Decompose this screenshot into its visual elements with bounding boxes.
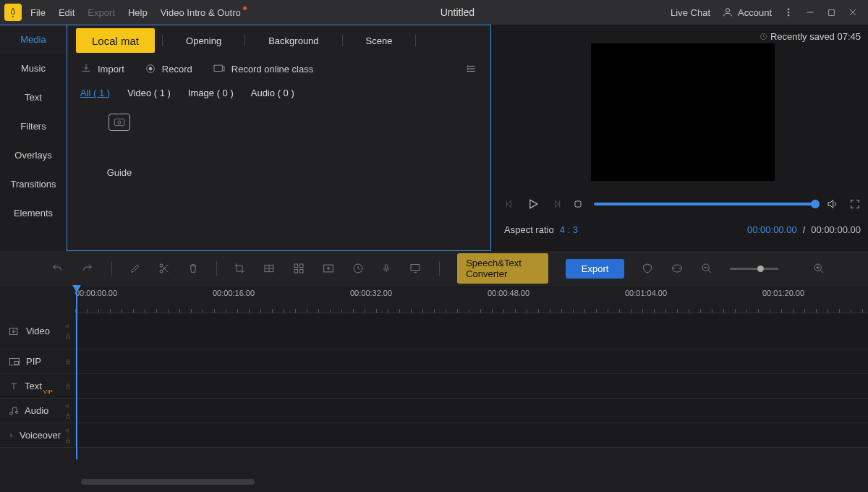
undo-button[interactable]: [51, 263, 64, 274]
aspect-value[interactable]: 4 : 3: [560, 224, 578, 235]
svg-rect-48: [67, 336, 69, 339]
filter-image[interactable]: Image ( 0 ): [188, 88, 234, 98]
voiceover-icon[interactable]: [381, 263, 391, 274]
screen-icon[interactable]: [409, 263, 422, 274]
preview-screen: [591, 43, 775, 181]
svg-rect-52: [67, 386, 69, 389]
time-separator: /: [803, 224, 806, 235]
source-tab-opening[interactable]: Opening: [170, 28, 237, 53]
next-frame-button[interactable]: [550, 198, 562, 210]
live-chat-link[interactable]: Live Chat: [671, 7, 710, 18]
seek-bar[interactable]: [594, 203, 816, 205]
svg-rect-37: [411, 265, 420, 271]
zoom-slider[interactable]: [730, 268, 778, 270]
zoom-out-button[interactable]: [701, 263, 712, 274]
close-button[interactable]: [848, 7, 858, 17]
menu-items: File Edit Export Help Video Intro & Outr…: [30, 7, 244, 18]
track-lane[interactable]: [75, 349, 868, 373]
svg-line-41: [708, 270, 711, 273]
timeline: 00:00:00.00 00:00:16.00 00:00:32.00 00:0…: [0, 286, 868, 492]
media-item-guide[interactable]: Guide: [98, 114, 141, 178]
ruler-tick: 00:00:16.00: [213, 289, 255, 297]
menu-help[interactable]: Help: [128, 7, 148, 18]
track-voiceover: Voiceover: [0, 423, 868, 448]
svg-rect-25: [575, 201, 581, 207]
prev-frame-button[interactable]: [504, 198, 516, 210]
svg-point-3: [788, 14, 789, 16]
zoom-frame-icon[interactable]: [322, 263, 335, 273]
stop-button[interactable]: [572, 198, 584, 210]
kebab-menu-icon[interactable]: [783, 7, 793, 17]
source-tab-local[interactable]: Local mat: [76, 28, 155, 53]
split-icon[interactable]: [158, 263, 170, 274]
import-button[interactable]: Import: [80, 63, 124, 75]
filter-video[interactable]: Video ( 1 ): [127, 88, 171, 98]
fullscreen-button[interactable]: [849, 198, 861, 210]
svg-rect-56: [67, 440, 69, 443]
menu-edit[interactable]: Edit: [59, 7, 75, 18]
sidebar-tab-elements[interactable]: Elements: [0, 198, 67, 227]
minimize-button[interactable]: [805, 7, 815, 17]
record-button[interactable]: Record: [145, 63, 192, 75]
media-actions: Import Record Record online class: [67, 56, 490, 82]
list-view-icon[interactable]: [466, 64, 477, 74]
source-tab-scene[interactable]: Scene: [350, 28, 409, 53]
source-tab-background[interactable]: Background: [252, 28, 334, 53]
record-online-button[interactable]: Record online class: [213, 64, 313, 75]
svg-point-18: [118, 121, 121, 124]
track-video: Video: [0, 313, 868, 349]
filter-all[interactable]: All ( 1 ): [80, 88, 110, 98]
play-button[interactable]: [526, 197, 540, 211]
timeline-toolbar: Speech&Text Converter Export: [0, 251, 868, 286]
svg-marker-22: [530, 200, 537, 208]
crop-icon[interactable]: [234, 263, 245, 274]
time-current: 00:00:00.00: [747, 224, 797, 235]
svg-rect-17: [114, 119, 124, 125]
mosaic-icon[interactable]: [263, 263, 276, 274]
svg-rect-30: [300, 264, 304, 268]
track-audio: Audio: [0, 399, 868, 423]
track-lane[interactable]: [75, 399, 868, 423]
svg-point-9: [149, 67, 152, 70]
maximize-button[interactable]: [827, 8, 836, 17]
grid-icon[interactable]: [293, 263, 305, 274]
time-ruler[interactable]: 00:00:00.00 00:00:16.00 00:00:32.00 00:0…: [75, 286, 868, 313]
sidebar-tab-overlays[interactable]: Overlays: [0, 140, 67, 169]
export-button[interactable]: Export: [566, 259, 625, 279]
menu-export[interactable]: Export: [88, 7, 115, 18]
redo-button[interactable]: [81, 263, 94, 274]
svg-point-1: [788, 9, 789, 10]
menu-file[interactable]: File: [30, 7, 46, 18]
timeline-scrollbar[interactable]: [81, 479, 255, 485]
time-total: 00:00:00.00: [811, 224, 861, 235]
menubar: File Edit Export Help Video Intro & Outr…: [0, 0, 868, 25]
zoom-in-button[interactable]: [813, 263, 825, 274]
svg-rect-29: [294, 264, 298, 268]
playback-controls: [504, 188, 861, 220]
duration-icon[interactable]: [352, 263, 364, 274]
record-online-label: Record online class: [231, 64, 313, 75]
track-lane[interactable]: [75, 313, 868, 349]
import-label: Import: [98, 64, 124, 75]
track-lane[interactable]: [75, 423, 868, 447]
account-button[interactable]: Account: [722, 7, 772, 18]
playhead[interactable]: [76, 286, 77, 459]
svg-rect-50: [14, 361, 18, 364]
sidebar-tab-text[interactable]: Text: [0, 82, 67, 111]
delete-icon[interactable]: [187, 263, 199, 274]
sidebar-tab-filters[interactable]: Filters: [0, 111, 67, 140]
speech-text-button[interactable]: Speech&Text Converter: [457, 253, 548, 284]
aspect-label: Aspect ratio: [504, 224, 554, 235]
sidebar-tab-media[interactable]: Media: [0, 25, 67, 54]
sidebar-tab-transitions[interactable]: Transitions: [0, 169, 67, 198]
edit-icon[interactable]: [129, 263, 141, 274]
fit-icon[interactable]: [671, 263, 684, 273]
svg-rect-33: [324, 265, 333, 272]
volume-button[interactable]: [826, 198, 839, 211]
shield-icon[interactable]: [642, 263, 653, 274]
sidebar-tab-music[interactable]: Music: [0, 54, 67, 82]
left-sidebar: Media Music Text Filters Overlays Transi…: [0, 25, 67, 251]
menu-intro-outro[interactable]: Video Intro & Outro: [161, 7, 244, 18]
track-lane[interactable]: [75, 374, 868, 398]
filter-audio[interactable]: Audio ( 0 ): [251, 88, 294, 98]
